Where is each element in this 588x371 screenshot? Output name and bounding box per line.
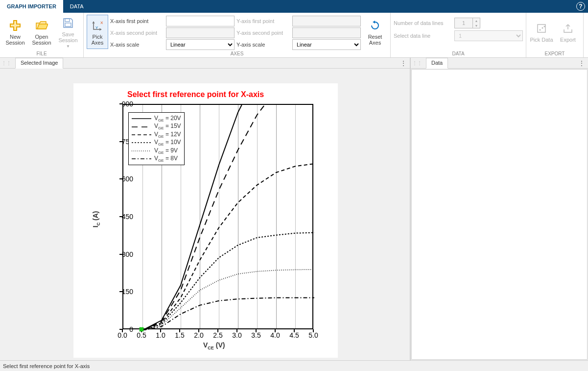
ribbon-group-axes: XY Pick Axes X-axis first point X-axis s… bbox=[84, 13, 391, 57]
reset-axes-button[interactable]: Reset Axes bbox=[363, 15, 387, 49]
legend-item: VGE = 10V bbox=[132, 139, 181, 147]
svg-rect-5 bbox=[65, 23, 71, 26]
ribbon: New Session Open Session Save Session ▼ … bbox=[0, 13, 588, 58]
x-axis-label: VCE (V) bbox=[203, 341, 225, 350]
new-session-button[interactable]: New Session bbox=[3, 15, 27, 49]
prompt-text: Select first reference point for X-axis bbox=[127, 90, 264, 99]
pick-data-button: Pick Data bbox=[529, 15, 554, 49]
label: Save Session bbox=[56, 31, 80, 43]
ribbon-group-label-axes: AXES bbox=[87, 50, 387, 56]
save-icon bbox=[62, 16, 74, 30]
input-x-second bbox=[166, 27, 235, 38]
label: Pick Data bbox=[530, 37, 553, 43]
legend-item: VGE = 20V bbox=[132, 115, 181, 123]
left-pane-tabbar: ⋮⋮ Selected Image ⋮ bbox=[0, 58, 410, 69]
svg-rect-3 bbox=[11, 25, 20, 26]
label-y-second: Y-axis second point bbox=[236, 30, 290, 36]
grip-icon[interactable]: ⋮⋮ bbox=[412, 60, 422, 66]
collapse-ribbon-icon[interactable]: ▲ bbox=[584, 49, 588, 57]
x-tick-label: 3.5 bbox=[249, 331, 263, 339]
label: New Session bbox=[3, 34, 27, 46]
ribbon-group-export: Pick Data Export EXPORT bbox=[526, 13, 584, 57]
legend-item: VGE = 12V bbox=[132, 131, 181, 139]
curve-V_GE=12V bbox=[142, 164, 314, 330]
x-tick-label: 3.0 bbox=[230, 331, 244, 339]
ribbon-group-data: Number of data lines ▲▼ Select data line… bbox=[391, 13, 526, 57]
label-num-lines: Number of data lines bbox=[394, 20, 452, 26]
label-y-first: Y-axis first point bbox=[236, 18, 290, 24]
x-tick-label: 2.0 bbox=[191, 331, 206, 339]
x-tick-label: 4.5 bbox=[287, 331, 302, 339]
label-x-scale: X-axis scale bbox=[110, 42, 164, 48]
ribbon-group-label-export: EXPORT bbox=[529, 50, 580, 56]
input-num-lines bbox=[455, 18, 472, 28]
open-session-button[interactable]: Open Session bbox=[29, 15, 54, 49]
ribbon-group-label-data: DATA bbox=[394, 50, 523, 56]
image-area: Select first reference point for X-axis … bbox=[0, 69, 410, 360]
help-button[interactable]: ? bbox=[576, 2, 585, 11]
folder-icon bbox=[35, 18, 48, 33]
pane-menu-icon[interactable]: ⋮ bbox=[400, 59, 407, 67]
tab-graph-importer[interactable]: GRAPH IMPORTER bbox=[0, 0, 63, 13]
x-tick-label: 0.0 bbox=[115, 331, 130, 339]
input-y-first bbox=[292, 16, 361, 26]
axes-icon: XY bbox=[92, 18, 103, 33]
grip-icon[interactable]: ⋮⋮ bbox=[1, 60, 11, 66]
select-y-scale[interactable]: Linear bbox=[292, 39, 361, 50]
ribbon-group-file: New Session Open Session Save Session ▼ … bbox=[0, 13, 84, 57]
svg-rect-4 bbox=[65, 19, 70, 22]
tab-selected-image[interactable]: Selected Image bbox=[15, 58, 63, 69]
pick-axes-button[interactable]: XY Pick Axes bbox=[87, 15, 108, 49]
label: Pick Axes bbox=[87, 34, 108, 46]
select-x-scale[interactable]: Linear bbox=[166, 39, 235, 50]
label: Reset Axes bbox=[363, 34, 387, 46]
label: Export bbox=[560, 37, 576, 43]
right-pane: ⋮⋮ Data ⋮ bbox=[410, 58, 588, 360]
svg-text:Y: Y bbox=[95, 25, 98, 30]
x-tick-label: 1.5 bbox=[172, 331, 187, 339]
label-select-line: Select data line bbox=[394, 33, 452, 39]
stepper-up-icon: ▲ bbox=[473, 18, 480, 23]
data-panel-body bbox=[411, 69, 588, 360]
label-y-scale: Y-axis scale bbox=[236, 42, 290, 48]
right-pane-tabbar: ⋮⋮ Data ⋮ bbox=[411, 58, 588, 69]
legend-item: VGE = 9V bbox=[132, 147, 181, 155]
input-x-first[interactable] bbox=[166, 16, 235, 26]
svg-point-10 bbox=[542, 27, 543, 29]
plus-icon bbox=[9, 18, 21, 33]
svg-point-11 bbox=[544, 26, 545, 27]
chart-plot-area: VGE = 20VVGE = 15VVGE = 12VVGE = 10VVGE … bbox=[122, 104, 313, 329]
export-button: Export bbox=[556, 15, 580, 49]
tab-data-pane[interactable]: Data bbox=[426, 58, 448, 69]
pane-menu-icon[interactable]: ⋮ bbox=[578, 59, 585, 67]
workspace: ⋮⋮ Selected Image ⋮ Select first referen… bbox=[0, 58, 588, 360]
chart: IC (A) VCE (V) 0150300450600750900 0.00.… bbox=[83, 102, 328, 352]
svg-point-9 bbox=[540, 29, 541, 31]
legend-item: VGE = 15V bbox=[132, 123, 181, 130]
num-lines-stepper: ▲▼ bbox=[454, 18, 480, 28]
input-y-second bbox=[292, 27, 361, 38]
label: Open Session bbox=[29, 34, 54, 46]
curve-V_GE=10V bbox=[142, 233, 314, 330]
status-bar: Select first reference point for X-axis bbox=[0, 360, 588, 371]
label-x-first: X-axis first point bbox=[110, 18, 164, 24]
main-tab-bar: GRAPH IMPORTER DATA ? bbox=[0, 0, 588, 13]
reset-icon bbox=[369, 18, 381, 33]
pick-data-icon bbox=[536, 21, 547, 36]
tab-data[interactable]: DATA bbox=[63, 1, 91, 12]
x-tick-label: 0.5 bbox=[134, 331, 149, 339]
x-tick-label: 2.5 bbox=[211, 331, 225, 339]
x-tick-label: 5.0 bbox=[306, 331, 321, 339]
x-tick-label: 1.0 bbox=[153, 331, 168, 339]
svg-text:X: X bbox=[100, 21, 103, 25]
label-x-second: X-axis second point bbox=[110, 30, 164, 36]
status-text: Select first reference point for X-axis bbox=[3, 363, 90, 369]
ribbon-group-label-file: FILE bbox=[3, 50, 80, 56]
select-data-line: 1 bbox=[454, 30, 523, 41]
curve-V_GE=9V bbox=[142, 270, 314, 330]
imported-image[interactable]: Select first reference point for X-axis … bbox=[73, 83, 338, 358]
x-tick-label: 4.0 bbox=[268, 331, 282, 339]
legend: VGE = 20VVGE = 15VVGE = 12VVGE = 10VVGE … bbox=[128, 112, 185, 165]
svg-rect-8 bbox=[538, 25, 545, 32]
save-session-button: Save Session ▼ bbox=[56, 15, 80, 49]
